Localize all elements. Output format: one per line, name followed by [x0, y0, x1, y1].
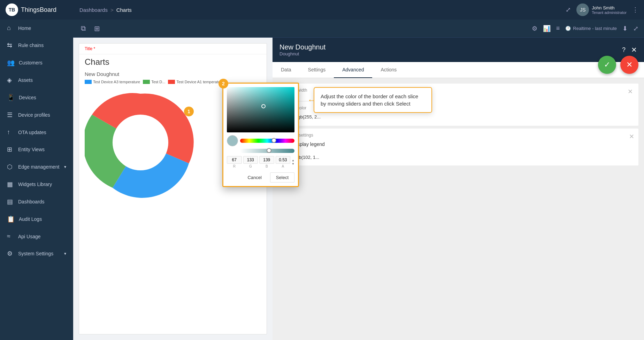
sidebar-item-api-usage[interactable]: ≈ Api Usage	[0, 228, 73, 245]
rainbow-track	[240, 139, 294, 143]
assets-icon: ◈	[7, 76, 14, 84]
display-legend-row: ✓ Display legend	[284, 141, 633, 147]
clock-icon: 🕐	[565, 26, 571, 31]
breadcrumb-dashboards[interactable]: Dashboards	[79, 7, 108, 13]
user-text: John Smith Tenant administrator	[592, 5, 627, 15]
user-info: JS John Smith Tenant administrator	[576, 3, 627, 16]
customers-icon: 👥	[7, 59, 15, 67]
sidebar-item-audit-logs[interactable]: 📋 Audit Logs	[0, 210, 73, 228]
spinner-up-icon[interactable]: ▲	[292, 159, 294, 162]
brand-icon: TB	[9, 7, 15, 13]
sidebar-label-device-profiles: Device profiles	[18, 112, 66, 118]
dismiss-row-1-icon[interactable]: ✕	[628, 88, 633, 95]
rule-chains-icon: ⇆	[7, 41, 14, 49]
panel-tabs: Data Settings Advanced Actions	[273, 62, 644, 78]
alpha-slider-row	[227, 148, 294, 153]
devices-icon: 📱	[7, 94, 15, 101]
donut-chart	[85, 87, 196, 198]
rainbow-slider-handle[interactable]	[271, 138, 276, 143]
labels-font-row: rgb(102, 1...	[284, 153, 633, 161]
system-settings-icon: ⚙	[7, 250, 14, 257]
g-label: G	[249, 164, 252, 168]
legend-label-1: Test D...	[151, 80, 165, 84]
rgba-spinner[interactable]: ▲ ▼	[292, 156, 294, 168]
breadcrumb-sep: >	[110, 7, 114, 13]
help-icon[interactable]: ?	[622, 46, 626, 54]
gradient-cursor[interactable]	[261, 104, 266, 108]
content-row-2: Legend settings ✓ Display legend rgb(102…	[278, 129, 638, 165]
donut-svg	[85, 87, 196, 198]
sidebar-item-entity-views[interactable]: ⊞ Entity Views	[0, 141, 73, 158]
color-gradient-area[interactable]	[227, 87, 294, 132]
settings-gear-icon[interactable]: ⚙	[532, 25, 537, 32]
user-role: Tenant administrator	[592, 10, 627, 15]
sidebar-item-dashboards[interactable]: ▤ Dashboards	[0, 193, 73, 210]
svg-point-0	[113, 115, 168, 170]
tab-actions[interactable]: Actions	[372, 62, 405, 78]
sidebar-label-customers: Customers	[19, 60, 66, 65]
sidebar-item-home[interactable]: ⌂ Home	[0, 20, 73, 37]
panel-header: New Doughnut Doughnut ? ✕	[273, 38, 644, 62]
layers-icon[interactable]: ⧉	[79, 22, 88, 34]
menu-dots-icon[interactable]: ⋮	[632, 6, 638, 14]
select-picker-button[interactable]: Select	[270, 172, 294, 183]
a-field: A	[276, 156, 291, 168]
panel-title-group: New Doughnut Doughnut	[279, 43, 325, 56]
g-input[interactable]	[243, 156, 258, 164]
title-label: Title *	[85, 46, 95, 51]
r-label: R	[233, 164, 236, 168]
sidebar-label-ota-updates: OTA updates	[18, 130, 66, 135]
widgets-icon: ▦	[7, 180, 14, 188]
r-input[interactable]	[227, 156, 242, 164]
breadcrumb-current: Charts	[116, 7, 132, 13]
g-field: G	[243, 156, 258, 168]
sidebar-item-widgets-library[interactable]: ▦ Widgets Library	[0, 176, 73, 193]
sidebar-item-ota-updates[interactable]: ↑ OTA updates	[0, 124, 73, 141]
expand-icon[interactable]: ⤢	[633, 25, 638, 32]
sidebar-label-entity-views: Entity Views	[18, 147, 66, 152]
sidebar-item-devices[interactable]: 📱 Devices	[0, 89, 73, 106]
tab-advanced[interactable]: Advanced	[334, 62, 372, 78]
rgba-inputs: R G B A ▲ ▼	[227, 156, 294, 168]
sidebar-label-rule-chains: Rule chains	[18, 42, 66, 48]
alpha-slider-handle[interactable]	[267, 148, 271, 153]
edge-management-icon: ⬡	[7, 163, 14, 171]
fullscreen-icon[interactable]: ⤢	[566, 6, 571, 14]
tab-data[interactable]: Data	[273, 62, 300, 78]
panel-title: New Doughnut	[279, 43, 325, 51]
close-panel-icon[interactable]: ✕	[631, 46, 637, 54]
edge-management-arrow-icon: ▾	[64, 164, 66, 169]
spinner-down-icon[interactable]: ▼	[292, 162, 294, 166]
time-selector[interactable]: 🕐 Realtime - last minute	[565, 26, 617, 31]
filter-icon[interactable]: ≡	[556, 25, 560, 32]
a-input[interactable]	[276, 156, 291, 164]
legend-color-0	[85, 80, 92, 84]
avatar-initials: JS	[580, 7, 585, 13]
sidebar-label-edge-management: Edge management	[18, 164, 60, 170]
rainbow-slider-container[interactable]	[240, 138, 294, 143]
sidebar-item-assets[interactable]: ◈ Assets	[0, 71, 73, 89]
alpha-slider-container[interactable]	[240, 148, 294, 153]
rainbow-slider-row	[227, 135, 294, 146]
sidebar-label-assets: Assets	[18, 77, 66, 83]
cancel-button[interactable]: ✕	[620, 56, 638, 74]
sidebar-item-rule-chains[interactable]: ⇆ Rule chains	[0, 37, 73, 54]
main-content: ⧉ ⊞ ⚙ 📊 ≡ 🕐 Realtime - last minute ⬇ ⤢ T…	[73, 20, 644, 340]
sidebar-item-system-settings[interactable]: ⚙ System Settings ▾	[0, 245, 73, 262]
panel-subtitle: Doughnut	[279, 51, 325, 56]
legend-item-0: Test Device A3 temperature	[85, 80, 140, 84]
cancel-picker-button[interactable]: Cancel	[242, 172, 267, 183]
grid-icon[interactable]: ⊞	[92, 22, 102, 35]
b-input[interactable]	[259, 156, 274, 164]
sidebar-item-customers[interactable]: 👥 Customers	[0, 54, 73, 71]
home-icon: ⌂	[7, 24, 14, 32]
a-label: A	[282, 164, 284, 168]
sidebar-item-edge-management[interactable]: ⬡ Edge management ▾	[0, 158, 73, 176]
dashboards-icon: ▤	[7, 198, 14, 206]
download-icon[interactable]: ⬇	[622, 25, 628, 32]
confirm-button[interactable]: ✓	[598, 56, 616, 74]
tab-settings[interactable]: Settings	[300, 62, 334, 78]
dismiss-row-2-icon[interactable]: ✕	[629, 133, 634, 140]
sidebar-item-device-profiles[interactable]: ☰ Device profiles	[0, 106, 73, 124]
chart-icon[interactable]: 📊	[543, 25, 551, 32]
